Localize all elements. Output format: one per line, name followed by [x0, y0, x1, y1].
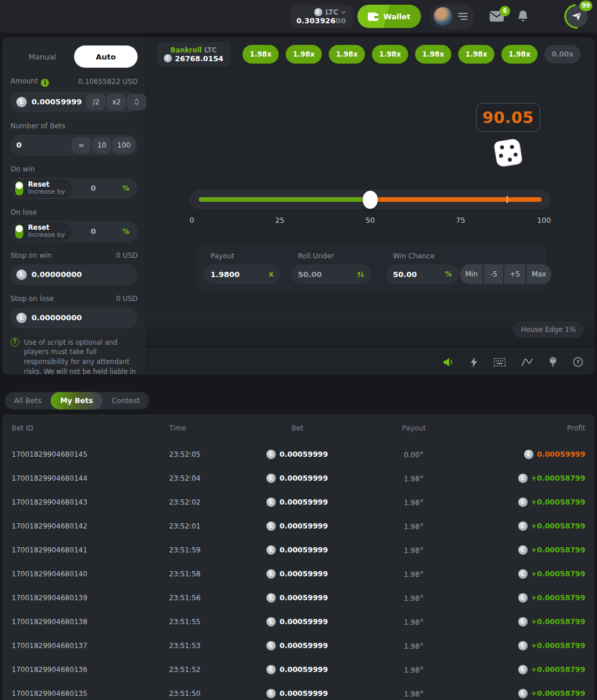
bet-row[interactable]: 1700182990468014323:52:02Ł0.000599991.98… [12, 490, 585, 514]
bet-row[interactable]: 1700182990468014423:52:04Ł0.000599991.98… [12, 466, 585, 490]
max-button[interactable]: Max [526, 264, 552, 284]
bet-profit: Ł+0.00058799 [518, 641, 586, 650]
on-lose-label: On lose [10, 208, 37, 216]
number-of-bets-input: 0 ∞ 10 100 [10, 135, 138, 156]
tab-manual[interactable]: Manual [10, 46, 74, 68]
stats-icon[interactable] [521, 358, 533, 366]
balance-selector[interactable]: Ł LTC 0.30392600 [290, 5, 353, 28]
slider-track[interactable] [199, 197, 542, 202]
mail-button[interactable]: 6 [490, 11, 504, 22]
number-of-bets-value[interactable]: 0 [16, 141, 67, 149]
chat-badge: 99 [580, 1, 592, 11]
bets-table-header: Bet ID Time Bet Payout Profit [12, 414, 585, 442]
bet-row[interactable]: 1700182990468014123:51:59Ł0.000599991.98… [12, 538, 585, 562]
multiplier-history-button[interactable]: 1.98x [372, 45, 408, 64]
bet-row[interactable]: 1700182990468014223:52:01Ł0.000599991.98… [12, 514, 585, 538]
tab-auto[interactable]: Auto [74, 46, 138, 68]
multiplier-history-button[interactable]: 1.98x [286, 45, 322, 64]
on-win-label: On win [10, 165, 35, 173]
notifications-button[interactable] [518, 10, 528, 22]
amount-value[interactable]: 0.00059999 [31, 97, 82, 106]
bet-row[interactable]: 1700182990468013523:51:50Ł0.000599991.98… [12, 681, 585, 700]
bet-payout: 1.98× [404, 593, 424, 603]
minus-5-button[interactable]: -5 [484, 264, 503, 284]
on-lose-mode-toggle[interactable]: ResetIncrease by [12, 222, 72, 241]
stop-on-win-value[interactable]: 0.00000000 [31, 270, 135, 279]
stop-on-lose-usd: 0 USD [116, 295, 138, 303]
bet-row[interactable]: 1700182990468013723:51:53Ł0.000599991.98… [12, 634, 585, 657]
seed-icon[interactable] [549, 357, 557, 367]
bet-time: 23:51:59 [169, 546, 245, 554]
amount-usd: 0.10655822 USD [78, 78, 138, 86]
litecoin-coin-icon: Ł [266, 593, 276, 603]
turbo-icon[interactable] [470, 357, 478, 368]
win-chance-input[interactable]: 50.00 % [386, 264, 459, 284]
half-amount-button[interactable]: /2 [86, 94, 106, 110]
payout-input[interactable]: 1.9800 x [203, 264, 280, 284]
toggle-icon[interactable] [15, 225, 23, 239]
litecoin-coin-icon: Ł [518, 545, 528, 555]
amount-stepper[interactable] [127, 94, 146, 110]
swap-icon[interactable] [357, 271, 364, 278]
bet-profit: Ł+0.00058799 [518, 498, 586, 507]
tab-my-bets[interactable]: My Bets [51, 392, 102, 410]
script-disclaimer: ? Use of script is optional and players … [10, 338, 138, 375]
bet-time: 23:51:50 [169, 690, 245, 698]
payout-label: Payout [203, 252, 280, 260]
bet-profit: Ł+0.00058799 [518, 593, 586, 603]
bet-id: 17001829904680144 [12, 474, 169, 482]
roll-slider[interactable] [189, 190, 551, 209]
tab-contest[interactable]: Contest [103, 392, 149, 410]
stop-on-lose-value[interactable]: 0.00000000 [31, 313, 135, 322]
multiplier-buttons: 1.98x1.98x1.98x1.98x1.98x1.98x1.98x0.00x [243, 45, 581, 64]
plus-5-button[interactable]: +5 [504, 264, 525, 284]
double-amount-button[interactable]: x2 [107, 94, 126, 110]
hotkeys-icon[interactable] [494, 358, 505, 366]
bet-amount: Ł0.00059999 [266, 641, 328, 650]
bet-id: 17001829904680141 [12, 546, 169, 554]
multiplier-history-button[interactable]: 1.98x [458, 45, 494, 64]
wallet-button[interactable]: Wallet [357, 5, 421, 28]
help-icon[interactable]: ? [573, 357, 583, 367]
bet-row[interactable]: 1700182990468014023:51:58Ł0.000599991.98… [12, 562, 585, 586]
on-lose-unit: % [122, 228, 129, 236]
bet-row[interactable]: 1700182990468013623:51:52Ł0.000599991.98… [12, 657, 585, 681]
volume-icon[interactable] [444, 358, 455, 367]
litecoin-coin-icon: Ł [518, 569, 528, 579]
slider-handle[interactable] [363, 191, 378, 209]
litecoin-coin-icon: Ł [16, 313, 27, 323]
infinity-bets-button[interactable]: ∞ [72, 137, 91, 153]
win-chance-label: Win Chance [386, 252, 552, 260]
stop-on-lose-label: Stop on lose [10, 295, 54, 303]
user-menu[interactable] [430, 4, 475, 29]
multiplier-history-button[interactable]: 1.98x [501, 45, 538, 64]
multiplier-history-button[interactable]: 1.98x [243, 45, 279, 64]
roll-result-box: 90.05 [476, 103, 540, 132]
bet-profit: Ł0.00059999 [524, 450, 585, 459]
bets-10-button[interactable]: 10 [92, 137, 111, 153]
on-lose-value[interactable]: 0 [91, 227, 122, 236]
multiplier-history-button[interactable]: 1.98x [329, 45, 365, 64]
litecoin-coin-icon: Ł [266, 545, 276, 555]
bets-100-button[interactable]: 100 [113, 137, 135, 153]
litecoin-coin-icon: Ł [266, 689, 276, 698]
bet-row[interactable]: 1700182990468014523:52:05Ł0.000599990.00… [12, 442, 585, 466]
toggle-icon[interactable] [15, 181, 23, 195]
on-win-value[interactable]: 0 [91, 184, 122, 192]
on-win-mode-toggle[interactable]: ResetIncrease by [12, 179, 72, 198]
min-button[interactable]: Min [460, 264, 483, 284]
bet-id: 17001829904680135 [12, 690, 169, 698]
bet-row[interactable]: 1700182990468013923:51:56Ł0.000599991.98… [12, 586, 585, 610]
roll-under-input[interactable]: 50.00 [291, 264, 371, 284]
balance-value: 0.30392600 [296, 16, 346, 25]
multiplier-history-button[interactable]: 0.00x [545, 45, 581, 64]
info-icon: i [41, 79, 49, 87]
multiplier-history-button[interactable]: 1.98x [415, 45, 451, 64]
bet-profit: Ł+0.00058799 [518, 522, 586, 531]
menu-icon [458, 13, 468, 20]
tab-all-bets[interactable]: All Bets [5, 392, 51, 410]
litecoin-coin-icon: Ł [314, 8, 322, 16]
bet-profit: Ł+0.00058799 [518, 474, 586, 483]
bet-time: 23:51:58 [169, 570, 245, 578]
bet-row[interactable]: 1700182990468013823:51:55Ł0.000599991.98… [12, 610, 585, 634]
